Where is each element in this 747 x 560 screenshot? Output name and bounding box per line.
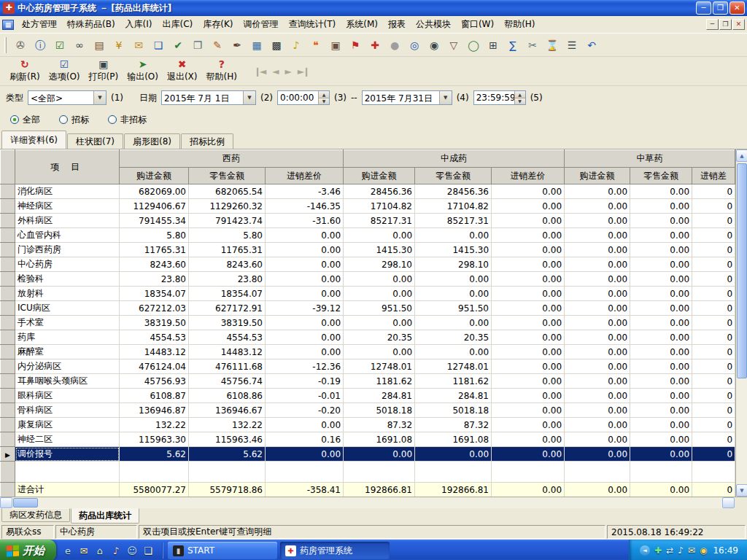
cell[interactable]: -0.01 [266,389,344,403]
tray-shield-icon[interactable]: ◉ [700,545,707,556]
cell[interactable]: 0.00 [492,403,565,418]
cell[interactable]: 0 [692,257,735,272]
cell[interactable]: 4554.53 [120,330,189,345]
row-label[interactable]: 手术室 [15,316,120,330]
cell[interactable]: 0.00 [492,243,565,257]
cell[interactable]: 14483.12 [189,345,266,359]
row-selector[interactable] [1,345,15,359]
row-label[interactable]: 消化病区 [15,184,120,199]
cell[interactable]: 0.00 [492,345,565,359]
tool-button[interactable]: ✉ [129,36,148,54]
cell[interactable]: 115963.46 [189,432,266,447]
tool-button[interactable]: ◎ [405,36,424,54]
cell[interactable]: 0.00 [630,359,692,374]
cell[interactable]: 0.00 [344,287,415,301]
menu-item[interactable]: 库存(K) [198,16,238,33]
cell[interactable]: 115963.30 [120,432,189,447]
folder-icon[interactable]: ❏ [142,544,155,557]
cell[interactable]: 0.16 [266,432,344,447]
cell[interactable]: 0.00 [630,403,692,418]
hscroll-track[interactable] [12,497,722,508]
cell[interactable]: 0 [692,403,735,418]
menu-item[interactable]: 特殊药品(B) [62,16,120,33]
ie-icon[interactable]: e [61,544,74,557]
cell[interactable]: 0.00 [492,389,565,403]
tool-button[interactable]: ¥ [109,36,128,54]
row-selector[interactable] [1,359,15,374]
cell[interactable]: 298.10 [344,257,415,272]
cell[interactable]: 0.00 [630,287,692,301]
cell[interactable]: 791423.74 [189,214,266,228]
view-tab[interactable]: 详细资料(6) [1,131,66,149]
tool-button[interactable]: ✎ [208,36,227,54]
row-selector[interactable] [1,432,15,447]
cell[interactable]: 0 [692,432,735,447]
cell[interactable]: 132.22 [189,418,266,432]
cell[interactable]: 0.00 [415,316,492,330]
next-record-icon[interactable]: ► [285,66,290,77]
cell[interactable]: 951.50 [344,301,415,316]
tool-button[interactable]: ✔ [169,36,187,54]
row-selector[interactable] [1,316,15,330]
tool-button[interactable]: ✚ [365,36,384,54]
cell[interactable]: 0.00 [266,316,344,330]
cell[interactable]: 0.00 [492,432,565,447]
cell[interactable]: 5018.18 [415,403,492,418]
radio-option[interactable]: 非招标 [108,114,147,126]
media-player-icon[interactable]: ♪ [109,544,123,557]
tool-button[interactable]: ✒ [228,36,247,54]
scroll-thumb[interactable] [737,163,747,378]
cell[interactable]: 298.10 [415,257,492,272]
cell[interactable]: 0.00 [266,228,344,243]
row-label[interactable]: 内分泌病区 [15,359,120,374]
scroll-down-icon[interactable] [736,484,747,497]
cell[interactable]: 0.00 [630,257,692,272]
tray-message-icon[interactable]: ✉ [688,545,695,556]
cell[interactable]: 0.00 [266,330,344,345]
row-label[interactable]: 眼科病区 [15,389,120,403]
cell[interactable]: -146.35 [266,199,344,214]
row-selector[interactable] [1,199,15,214]
table-row[interactable]: 骨科病区136946.87136946.67-0.205018.185018.1… [1,403,735,418]
cell[interactable]: 0.00 [492,359,565,374]
spin-up-icon[interactable] [319,91,329,98]
row-selector[interactable] [1,228,15,243]
cell[interactable]: 0.00 [266,272,344,287]
task-start-console[interactable]: ▮START [168,542,277,559]
table-row[interactable]: 康复病区132.22132.220.0087.3287.320.000.000.… [1,418,735,432]
scroll-right-icon[interactable] [722,497,735,508]
cell[interactable]: 87.32 [344,418,415,432]
cell[interactable]: 18354.07 [120,287,189,301]
table-row[interactable]: 耳鼻咽喉头颈病区45756.9345756.74-0.191181.621181… [1,374,735,389]
cell[interactable]: 0.00 [565,272,630,287]
table-row[interactable]: 心血管内科5.805.800.000.000.000.000.000.000 [1,228,735,243]
cell[interactable]: 18354.07 [189,287,266,301]
cell[interactable]: 0.00 [565,184,630,199]
cell[interactable]: 0.00 [630,228,692,243]
cell[interactable]: 0.00 [492,418,565,432]
prev-record-icon[interactable]: ◄ [272,66,277,77]
cell[interactable]: 0 [692,301,735,316]
row-selector[interactable] [1,374,15,389]
tool-button[interactable]: ▤ [90,36,109,54]
table-row[interactable]: ICU病区627212.03627172.91-39.12951.50951.5… [1,301,735,316]
cell[interactable]: 0.00 [415,447,492,462]
cell[interactable]: 0.00 [415,287,492,301]
cell[interactable]: 1415.30 [344,243,415,257]
cell[interactable]: 476111.68 [189,359,266,374]
cell[interactable]: 0.00 [630,184,692,199]
cell[interactable]: -39.12 [266,301,344,316]
cell[interactable]: 0.00 [630,447,692,462]
table-row[interactable]: 眼科病区6108.876108.86-0.01284.81284.810.000… [1,389,735,403]
cell[interactable]: 85217.31 [344,214,415,228]
date-from-select[interactable]: 2015年 7月 1日 [161,90,256,105]
table-row[interactable]: 内分泌病区476124.04476111.68-12.3612748.01127… [1,359,735,374]
cell[interactable]: 0.00 [492,316,565,330]
row-selector[interactable] [1,272,15,287]
export-button[interactable]: ➤输出(O) [123,58,162,85]
cell[interactable]: 17104.82 [344,199,415,214]
cell[interactable]: 0.00 [630,199,692,214]
chevron-down-icon[interactable] [439,91,452,104]
cell[interactable]: 0.00 [415,345,492,359]
tool-button[interactable]: ♪ [287,36,306,54]
